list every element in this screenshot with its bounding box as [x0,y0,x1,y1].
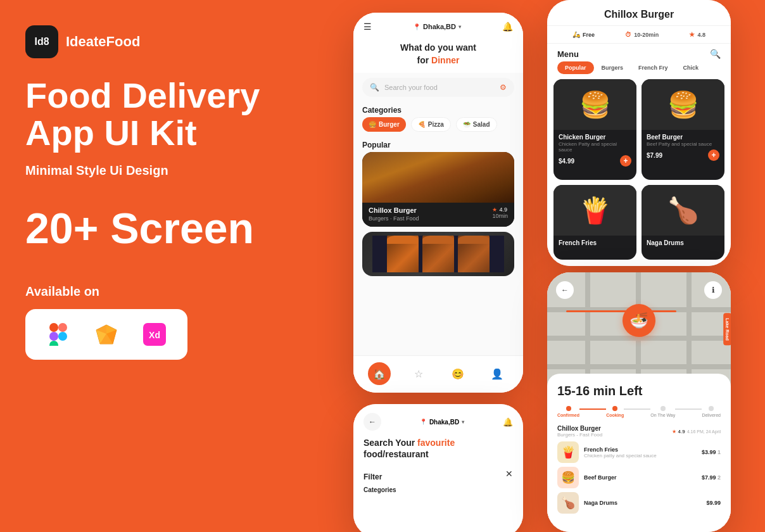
svg-rect-0 [49,323,58,332]
menu-item-chicken-burger[interactable]: 🍔 Chicken Burger Chicken Patty and speci… [553,79,636,180]
menu-search-icon[interactable]: 🔍 [710,49,721,59]
headline-line2: App UI Kit [25,115,317,152]
popular-card-rating: 4.9 [499,206,507,213]
back-button[interactable]: ← [364,413,381,431]
popular-card-name: Chillox Burger [369,206,419,214]
map-back-button[interactable]: ← [556,281,574,299]
logo-badge: Id8 [25,25,58,58]
order-item-beef-burger: 🍔 Beef Burger $7.99 2 [557,467,721,488]
left-section: Id8 IdeateFood Food Delivery App UI Kit … [25,25,317,360]
delivery-icon: 🛵 [572,31,580,38]
chevron-down-icon: ▾ [458,24,461,30]
beef-order-price: $7.99 2 [702,474,721,481]
menu-item-beef-burger[interactable]: 🍔 Beef Burger Beef Patty and special sau… [642,79,724,180]
figma-icon[interactable] [43,319,73,350]
menu-grid: 🍔 Chicken Burger Chicken Patty and speci… [547,79,731,266]
phone-home-screen: ☰ 📍 Dhaka,BD ▾ 🔔 What do you want for Di… [353,13,523,393]
step-line-2 [624,408,650,410]
bell-icon[interactable]: 🔔 [502,22,513,32]
menu-item-fries[interactable]: 🍟 French Fries [553,185,636,260]
rating-text: 4.8 [697,32,705,38]
step-cooking-label: Cooking [606,413,624,417]
headline: Food Delivery App UI Kit [25,77,317,152]
fries-order-name: French Fries [584,446,657,453]
location-display[interactable]: 📍 Dhaka,BD ▾ [413,23,461,30]
step-line-1 [579,408,606,410]
popular-card-2[interactable] [362,232,514,276]
location-pin-icon: 📍 [413,23,420,30]
tracking-rating: 4.9 [678,429,685,434]
nav-home[interactable]: 🏠 [368,362,391,385]
filter-title: Filter [364,472,382,481]
restaurant-title-bar: Chillox Burger [547,0,731,26]
tab-burgers[interactable]: Burgers [594,61,631,74]
salad-icon: 🥗 [463,121,471,128]
nav-profile[interactable]: 👤 [486,362,509,385]
search-input-placeholder: Search your food [384,84,495,91]
category-salad[interactable]: 🥗 Salad [456,117,497,132]
sketch-icon[interactable] [91,319,122,350]
filter-categories-label: Categories [364,486,513,493]
tab-chick[interactable]: Chick [676,61,707,74]
chicken-burger-name: Chicken Burger [559,134,631,141]
fries-order-desc: Chicken patty and special sauce [584,453,657,459]
popular-label: Popular [353,137,523,152]
tracking-date: 4.16 PM, 24 April [687,429,721,434]
phone-tracking-screen: ← ℹ 🍜 Lake Road 15-16 min Left Confirmed… [547,272,731,532]
tracking-star-icon: ★ [672,429,676,434]
beef-order-name: Beef Burger [584,474,617,481]
tracking-info-panel: 15-16 min Left Confirmed Cooking On The … [547,374,731,532]
filter-icon[interactable]: ⚙ [500,83,507,92]
search-bell-icon[interactable]: 🔔 [503,417,513,427]
beef-burger-name: Beef Burger [647,134,719,141]
delivery-text: Free [583,32,595,38]
map-info-button[interactable]: ℹ [704,281,722,299]
add-beef-burger-button[interactable]: + [708,149,719,161]
categories-row: 🍔 Burger 🍕 Pizza 🥗 Salad [353,117,523,137]
category-burger[interactable]: 🍔 Burger [362,117,406,132]
beef-order-img: 🍔 [557,467,579,488]
nav-orders[interactable]: 😊 [446,362,469,385]
map-area: ← ℹ 🍜 Lake Road [547,272,731,386]
search-title: Search Your favourite food/restaurant [364,437,513,460]
naga-order-price: $9.99 [706,500,721,506]
svg-rect-2 [49,332,58,341]
map-road-label: Lake Road [723,313,731,345]
phone-search-screen: ← 📍 Dhaka,BD ▾ 🔔 Search Your favourite f… [353,404,523,532]
headline-line1: Food Delivery [25,77,317,115]
road-v3 [686,272,692,386]
category-pizza[interactable]: 🍕 Pizza [411,117,451,132]
hamburger-icon[interactable]: ☰ [364,22,372,32]
location-text: Dhaka,BD [423,23,456,30]
xd-icon[interactable]: Xd [139,319,170,350]
rating-meta: ★ 4.8 [689,31,705,38]
menu-header: Menu 🔍 [547,44,731,61]
popular-card-sub: Burgers · Fast Food [369,215,419,222]
tracking-steps: Confirmed Cooking On The Way Delivered [557,406,721,417]
available-on-label: Available on [25,284,317,299]
beef-burger-image: 🍔 [642,79,724,130]
search-location-pin-icon: 📍 [420,419,427,425]
search-chevron-icon: ▾ [462,419,464,425]
add-chicken-burger-button[interactable]: + [620,155,631,167]
menu-item-chicken-drums[interactable]: 🍗 Naga Drums [642,185,724,260]
svg-rect-4 [58,332,67,341]
phone-header: ☰ 📍 Dhaka,BD ▾ 🔔 [353,13,523,37]
logo-row: Id8 IdeateFood [25,25,317,58]
step-confirmed-dot [566,406,571,411]
greeting-highlight: Dinner [431,55,459,65]
fries-order-price: $3.99 1 [702,449,721,455]
tab-french-fry[interactable]: French Fry [631,61,676,74]
step-ontheway-dot [661,406,666,411]
platforms-box: Xd [25,309,187,360]
time-meta: ⏱ 10-20min [625,31,659,38]
popular-card-1[interactable]: Chillox Burger Burgers · Fast Food ★ 4.9… [362,152,514,227]
order-item-fries: 🍟 French Fries Chicken patty and special… [557,441,721,463]
rating-star-icon: ★ [492,206,497,213]
order-item-naga: 🍗 Naga Drums $9.99 [557,492,721,514]
close-filter-icon[interactable]: ✕ [505,469,513,479]
nav-favorites[interactable]: ☆ [407,362,430,385]
search-bar[interactable]: 🔍 Search your food ⚙ [362,78,514,97]
search-icon: 🔍 [370,83,379,92]
tab-popular[interactable]: Popular [557,61,594,74]
